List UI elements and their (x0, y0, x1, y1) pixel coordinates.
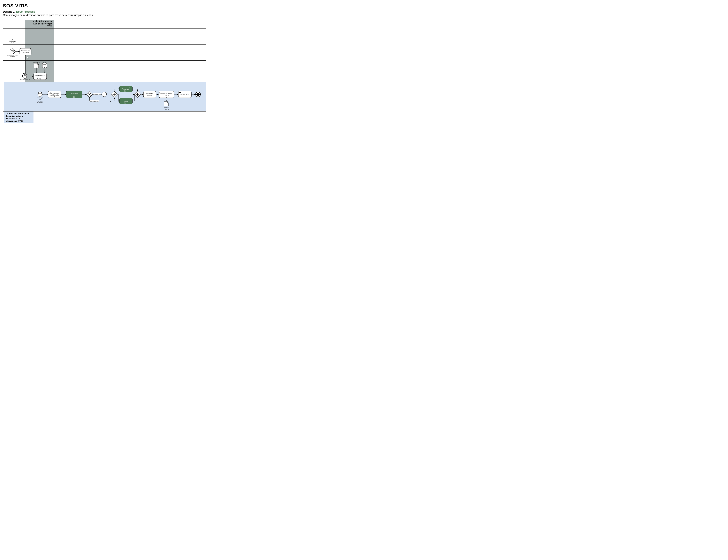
task-decisao-l2: parcelas a prospetar (69, 94, 80, 96)
label-com-interesse: Com interesse (90, 100, 99, 102)
svg-text:Candidatura: Candidatura (9, 40, 16, 42)
svg-text:VITIS: VITIS (11, 42, 14, 43)
evt-info-parcelas-l3: parcelas (38, 100, 43, 102)
svg-point-18 (196, 93, 200, 96)
data-object-registos-porvid (164, 101, 168, 106)
end-event-sem-interesse (102, 92, 107, 97)
evt-info-parcelas-l1: Informação (37, 97, 43, 99)
task-optimizacao-l2: recolhas (124, 101, 128, 102)
task-atualizacao-l1: Atualização registos (160, 93, 172, 94)
description: Comunicação entre diversas entidades par… (3, 14, 725, 17)
callout-1b-line2: descritiva sobre a (6, 115, 23, 117)
task-notificar-label: Notificar DRAP (181, 94, 189, 95)
page-title: SOS VITIS (3, 3, 725, 9)
task-optimizacao-l1: Optimização de (122, 99, 130, 101)
label-sem-interesse: Sem interesse (93, 93, 101, 95)
callout-1b-line3: parcela alvo de (6, 117, 20, 120)
data-object-candidatura (34, 63, 39, 68)
task-ident-parcelas-l2: parcelas (38, 76, 43, 78)
task-proc-info-l2: de informação (50, 94, 59, 96)
subtitle-green: Novo Processo (16, 10, 35, 13)
svg-point-8 (30, 49, 31, 50)
evt-info-parcelas-l4: Aprovadas (37, 102, 43, 103)
evt-info-parcelas-l2: de (39, 99, 41, 100)
callout-1a-line3: VITIS (47, 25, 52, 27)
svg-point-10 (42, 63, 47, 65)
highlight-1b-lane (4, 82, 206, 111)
bpmn-diagram: 1a: Identificar parcela alvo de interven… (3, 20, 210, 124)
event-candidatura-recebida-label1: Candidatura VITIS (7, 54, 18, 56)
task-ident-parcelas-l1: Identificação de (35, 75, 45, 76)
task-proc-info-l1: Processamento (50, 93, 59, 94)
task-atualizacao-l2: PORVID (164, 94, 169, 96)
datastore-sivv-label: SIVV (43, 61, 46, 63)
data-candidatura-label: Candidatura (33, 62, 40, 63)
callout-1a-line1: 1a: Identificar parcela (31, 20, 52, 22)
task-agendamento-l2: prospeção (123, 89, 129, 90)
callout-1a-line2: alvo de intervenção (33, 23, 52, 25)
task-proc-cand-l2: candidatura (22, 52, 29, 53)
subtitle: Desafio 1: Novo Processo (3, 10, 725, 13)
callout-1b-line4: intervenção VITIS (6, 120, 23, 122)
task-agendamento-l1: Agendamento de (122, 87, 130, 89)
task-proc-cand-l1: Processamento (21, 50, 30, 52)
task-recolha-l2: amostras (147, 94, 152, 96)
task-decisao-l1: Decisão sobre (70, 93, 78, 94)
subtitle-label: Desafio 1: (3, 10, 16, 13)
task-recolha-l1: Recolha de (146, 93, 153, 94)
event-candidatura-recebida-label2: recebida (10, 56, 15, 57)
datastore-sivv (42, 63, 47, 68)
data-registos-l1: Registos (164, 107, 169, 108)
data-registos-l2: PORVID (164, 108, 169, 110)
callout-1b-line1: 1b: Receber informação (6, 112, 29, 115)
event-candidaturas-vitis-label: Candidaturas VITIS (19, 79, 31, 80)
